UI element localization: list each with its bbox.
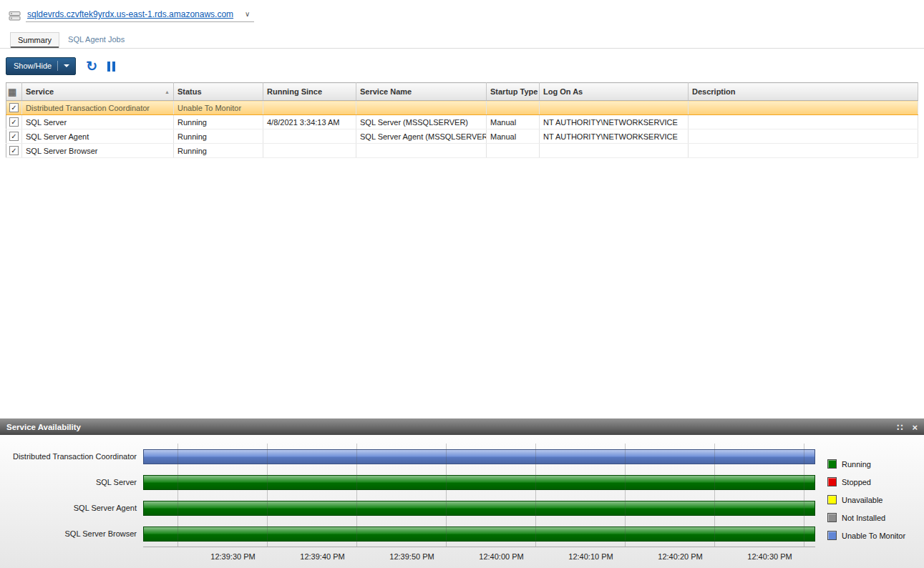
dock-icon[interactable]: ∷ xyxy=(897,423,903,432)
table-row[interactable]: ✓ Distributed Transaction Coordinator Un… xyxy=(6,101,918,115)
cell-description xyxy=(689,129,918,144)
chevron-down-icon xyxy=(64,64,69,67)
cell-service-name: SQL Server Agent (MSSQLSERVER) xyxy=(356,129,487,144)
cell-status: Running xyxy=(174,144,263,158)
column-header-status[interactable]: Status xyxy=(174,83,263,101)
tab-summary[interactable]: Summary xyxy=(10,32,59,48)
legend-item: Unavailable xyxy=(827,495,924,504)
column-label: Service Name xyxy=(360,87,412,96)
sort-ascending-icon: ▲ xyxy=(165,89,170,94)
table-row[interactable]: ✓ SQL Server Running 4/8/2021 3:34:13 AM… xyxy=(6,115,918,129)
table-header-row: ▦ ▲Service Status Running Since Service … xyxy=(6,83,918,101)
chart-category-label: SQL Server Browser xyxy=(0,521,143,547)
row-checkbox[interactable]: ✓ xyxy=(9,146,19,155)
cell-description xyxy=(689,144,918,158)
cell-log-on-as xyxy=(540,144,689,158)
close-icon[interactable]: × xyxy=(912,423,918,432)
service-availability-panel: Service Availability ∷ × Distributed Tra… xyxy=(0,418,924,568)
column-label: Service xyxy=(26,87,54,96)
panel-header: Service Availability ∷ × xyxy=(0,419,924,435)
cell-status: Running xyxy=(174,115,263,129)
check-icon: ✓ xyxy=(11,104,16,112)
cell-status: Unable To Monitor xyxy=(174,101,263,115)
tab-sql-agent-jobs[interactable]: SQL Agent Jobs xyxy=(61,32,132,48)
toolbar: Show/Hide ↻ xyxy=(0,49,924,81)
legend-label: Unable To Monitor xyxy=(842,532,905,540)
column-header-service[interactable]: ▲Service xyxy=(22,83,174,101)
availability-bar xyxy=(143,449,815,464)
server-name-link[interactable]: sqldevrds.czvftek9yrdx.us-east-1.rds.ama… xyxy=(27,9,233,19)
cell-description xyxy=(689,101,918,115)
chart-category-label: SQL Server Agent xyxy=(0,495,143,521)
axis-tick-label: 12:39:50 PM xyxy=(367,547,457,561)
chevron-down-icon[interactable]: ∨ xyxy=(245,11,250,17)
chart-legend: Running Stopped Unavailable Not Installe… xyxy=(815,444,924,547)
cell-service-name xyxy=(356,101,487,115)
column-label: Status xyxy=(177,87,202,96)
availability-chart: Distributed Transaction Coordinator SQL … xyxy=(0,435,924,568)
chart-x-axis: 12:39:30 PM 12:39:40 PM 12:39:50 PM 12:4… xyxy=(0,547,924,568)
services-table: ▦ ▲Service Status Running Since Service … xyxy=(6,82,918,158)
table-row[interactable]: ✓ SQL Server Browser Running xyxy=(6,144,918,158)
cell-service: Distributed Transaction Coordinator xyxy=(22,101,174,115)
column-header-log-on-as[interactable]: Log On As xyxy=(540,83,689,101)
legend-swatch xyxy=(827,459,837,469)
legend-item: Stopped xyxy=(827,477,924,486)
check-icon: ✓ xyxy=(11,119,16,126)
tab-label: SQL Agent Jobs xyxy=(68,35,125,44)
availability-bar xyxy=(143,501,815,516)
tab-strip: Summary SQL Agent Jobs xyxy=(0,32,924,49)
server-icon xyxy=(9,11,21,21)
cell-running-since xyxy=(263,144,356,158)
tab-label: Summary xyxy=(18,36,52,44)
column-header-startup-type[interactable]: Startup Type xyxy=(487,83,540,101)
column-label: Description xyxy=(692,87,736,96)
legend-swatch xyxy=(827,513,837,522)
row-checkbox[interactable]: ✓ xyxy=(9,103,19,112)
cell-status: Running xyxy=(174,129,263,144)
legend-item: Not Installed xyxy=(827,513,924,522)
availability-bar xyxy=(143,475,815,490)
cell-log-on-as: NT AUTHORITY\NETWORKSERVICE xyxy=(540,115,689,129)
legend-label: Unavailable xyxy=(842,496,882,504)
axis-tick-label: 12:40:10 PM xyxy=(546,547,636,561)
cell-startup-type xyxy=(487,144,540,158)
column-label: Startup Type xyxy=(490,87,538,96)
cell-running-since xyxy=(263,101,356,115)
column-label: Log On As xyxy=(543,87,583,96)
show-hide-label: Show/Hide xyxy=(14,62,52,70)
row-checkbox[interactable]: ✓ xyxy=(9,132,19,141)
table-row[interactable]: ✓ SQL Server Agent Running SQL Server Ag… xyxy=(6,129,918,144)
column-header-description[interactable]: Description xyxy=(689,83,918,101)
cell-startup-type: Manual xyxy=(487,129,540,144)
server-selector[interactable]: sqldevrds.czvftek9yrdx.us-east-1.rds.ama… xyxy=(26,9,254,22)
check-icon: ✓ xyxy=(11,147,16,155)
column-label: Running Since xyxy=(267,87,322,96)
server-selector-bar: sqldevrds.czvftek9yrdx.us-east-1.rds.ama… xyxy=(0,0,924,24)
legend-swatch xyxy=(827,495,837,504)
check-icon: ✓ xyxy=(11,133,16,140)
chart-category-labels: Distributed Transaction Coordinator SQL … xyxy=(0,444,143,547)
pause-icon[interactable] xyxy=(107,62,115,72)
cell-startup-type xyxy=(487,101,540,115)
axis-tick-label: 12:39:30 PM xyxy=(188,547,278,561)
legend-label: Running xyxy=(842,460,871,469)
legend-swatch xyxy=(827,531,837,540)
select-column-header[interactable]: ▦ xyxy=(6,83,22,101)
legend-swatch xyxy=(827,477,837,486)
column-header-service-name[interactable]: Service Name xyxy=(356,83,487,101)
cell-service: SQL Server Browser xyxy=(22,144,174,158)
cell-startup-type: Manual xyxy=(487,115,540,129)
legend-item: Running xyxy=(827,459,924,469)
cell-service: SQL Server Agent xyxy=(22,129,174,144)
cell-description xyxy=(689,115,918,129)
chart-category-label: Distributed Transaction Coordinator xyxy=(0,444,143,469)
column-header-running-since[interactable]: Running Since xyxy=(263,83,356,101)
row-checkbox[interactable]: ✓ xyxy=(9,117,19,127)
show-hide-button[interactable]: Show/Hide xyxy=(6,57,76,75)
refresh-icon[interactable]: ↻ xyxy=(86,62,97,72)
legend-label: Stopped xyxy=(842,478,871,486)
cell-service-name: SQL Server (MSSQLSERVER) xyxy=(356,115,487,129)
cell-service-name xyxy=(356,144,487,158)
axis-tick-label: 12:40:30 PM xyxy=(725,547,814,561)
